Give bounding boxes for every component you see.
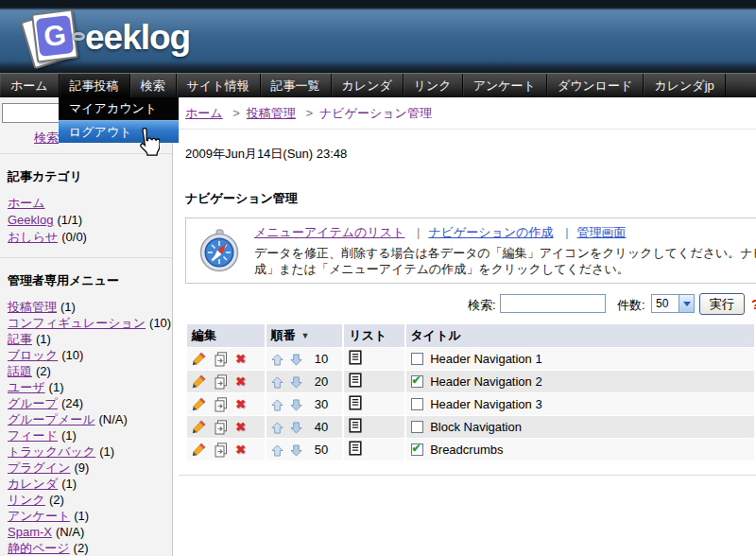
nav-item[interactable]: アンケート [463,74,547,97]
help-icon[interactable]: ? [751,296,756,312]
list-icon[interactable] [349,418,362,433]
table-search-input[interactable] [500,294,606,313]
admin-menu-item: プラグイン(9) [8,460,168,476]
admin-action-link[interactable]: 管理画面 [577,225,627,239]
nav-item[interactable]: ホーム [0,74,60,97]
table-header-cell[interactable]: 順番▼ [266,324,343,347]
admin-menu-link[interactable]: ユーザ [8,380,45,394]
admin-menu-link[interactable]: 記事 [8,332,32,346]
list-icon[interactable] [349,350,362,365]
edit-pencil-icon[interactable] [192,352,206,366]
admin-menu-link[interactable]: 話題 [8,364,32,378]
admin-menu-link[interactable]: 静的ページ [8,541,70,555]
admin-menu-link[interactable]: アンケート [8,509,70,523]
check-icon: ✔ [412,442,421,455]
compass-icon [198,229,241,272]
edit-pencil-icon[interactable] [192,397,206,411]
edit-pencil-icon[interactable] [192,374,206,389]
delete-icon[interactable]: ✖ [235,443,246,457]
user-menu-item[interactable]: ログアウト [59,120,179,143]
nav-item[interactable]: 検索 [130,74,177,97]
copy-icon[interactable] [214,397,229,412]
move-down-icon[interactable] [290,422,302,434]
title-cell: ✔ Header Navigation 2 [406,371,754,392]
breadcrumb-link[interactable]: ホーム [185,106,223,120]
list-icon[interactable] [349,441,362,456]
list-icon[interactable] [349,395,362,410]
admin-info-body: メニューアイテムのリスト |ナビゲーションの作成 |管理画面 データを修正、削除… [254,224,756,277]
table-header-cell[interactable]: タイトル [406,324,754,347]
copy-icon[interactable] [214,352,229,367]
admin-menu-link[interactable]: Spam-X [8,525,52,539]
table-header-cell[interactable]: リスト [344,324,404,347]
nav-item[interactable]: カレンダ [332,74,404,97]
admin-menu-item: Spam-X(N/A) [8,524,168,540]
move-up-icon[interactable] [271,354,284,366]
enable-checkbox[interactable]: ✔ [411,443,423,456]
admin-menu-item: ブロック(10) [8,347,168,363]
admin-menu-link[interactable]: トラックバック [8,444,95,459]
admin-menu-link[interactable]: グループメール [8,412,95,426]
chevron-down-icon[interactable] [679,295,694,312]
delete-icon[interactable]: ✖ [235,397,246,411]
admin-menu-count: (2) [74,541,89,555]
edit-pencil-icon[interactable] [192,420,206,434]
copy-icon[interactable] [214,443,229,458]
list-icon[interactable] [349,373,362,388]
admin-menu-link[interactable]: カレンダ [8,477,58,491]
move-up-icon[interactable] [271,376,284,389]
move-up-icon[interactable] [271,422,284,434]
admin-menu-link[interactable]: コンフィギュレーション [8,316,146,330]
breadcrumb-link[interactable]: 投稿管理 [247,106,296,120]
admin-action-link[interactable]: メニューアイテムのリスト [254,225,404,239]
enable-checkbox[interactable] [411,421,423,433]
admin-menu-count: (N/A) [56,525,84,539]
copy-icon[interactable] [214,420,229,435]
nav-item[interactable]: サイト情報 [177,74,261,97]
count-select[interactable]: 50 [651,294,695,313]
admin-menu-link[interactable]: プラグイン [8,460,71,475]
move-down-icon[interactable] [290,376,302,389]
nav-item[interactable]: ダウンロード [547,74,644,97]
category-link[interactable]: ホーム [8,196,45,210]
logo-g-icon: G [36,15,75,57]
delete-icon[interactable]: ✖ [235,420,246,434]
move-up-icon[interactable] [271,399,284,411]
breadcrumb-link[interactable]: ナビゲーション管理 [319,106,432,120]
table-header-cell[interactable]: 編集 [187,324,265,347]
nav-item[interactable]: リンク [404,74,463,97]
delete-icon[interactable]: ✖ [235,352,246,366]
nav-item[interactable]: 記事投稿 [60,74,130,97]
copy-icon[interactable] [214,374,229,390]
admin-menu-item: トラックバック(1) [8,443,168,460]
admin-action-link[interactable]: ナビゲーションの作成 [428,225,553,239]
category-link[interactable]: Geeklog [8,213,53,227]
enable-checkbox[interactable]: ✔ [411,375,423,388]
move-down-icon[interactable] [290,399,302,411]
admin-menu-link[interactable]: フィード [8,428,58,443]
edit-pencil-icon[interactable] [192,443,206,457]
nav-item[interactable]: 記事一覧 [261,74,332,97]
list-cell [344,371,404,392]
admin-menu-link[interactable]: リンク [8,493,45,507]
delete-icon[interactable]: ✖ [235,374,246,389]
enable-checkbox[interactable] [411,353,423,365]
admin-menu-link[interactable]: グループ [8,396,58,410]
move-up-icon[interactable] [271,444,284,457]
admin-menu-link[interactable]: 投稿管理 [8,300,57,314]
move-down-icon[interactable] [290,354,302,366]
move-down-icon[interactable] [290,444,302,457]
sidebar-search-submit[interactable]: 検索 [34,130,59,147]
admin-menu-item: 話題(2) [8,363,168,379]
admin-menu-link[interactable]: ブロック [8,348,58,362]
category-link[interactable]: おしらせ [8,230,58,244]
table-row: ✖ 50 [187,439,754,460]
user-menu-item[interactable]: マイアカウント [59,97,179,120]
geeklog-logo[interactable]: G eeklog [26,9,190,66]
nav-item[interactable]: カレンダjp [644,74,725,97]
submit-button[interactable]: 実行 [699,293,745,315]
enable-checkbox[interactable] [411,398,423,410]
admin-action-item: |ナビゲーションの作成 [408,225,554,239]
bottom-divider [179,475,756,476]
table-row: ✖ 40 [187,416,754,438]
